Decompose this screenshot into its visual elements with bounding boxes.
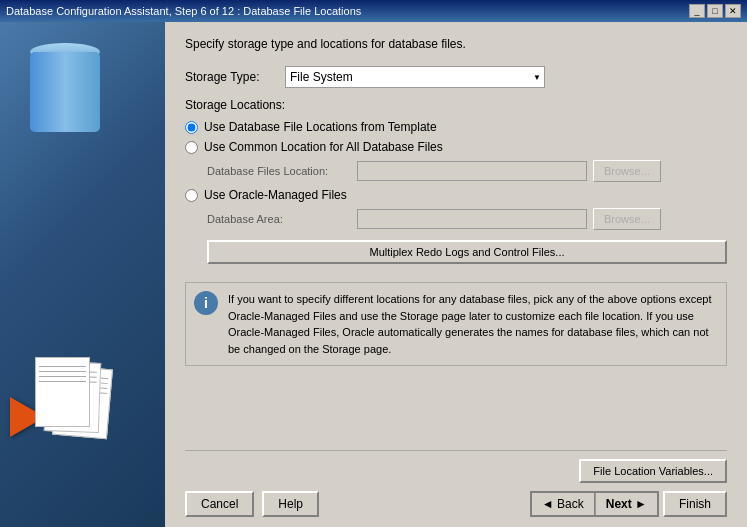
- radio-row-2: Use Common Location for All Database Fil…: [185, 140, 727, 154]
- radio-common[interactable]: [185, 141, 198, 154]
- maximize-button[interactable]: □: [707, 4, 723, 18]
- nav-left: Cancel Help: [185, 491, 319, 517]
- info-icon: i: [194, 291, 218, 315]
- radio-oracle-managed-label[interactable]: Use Oracle-Managed Files: [204, 188, 347, 202]
- file-location-row: File Location Variables...: [185, 459, 727, 483]
- browse-button-1[interactable]: Browse...: [593, 160, 661, 182]
- radio-row-3: Use Oracle-Managed Files: [185, 188, 727, 202]
- db-files-location-row: Database Files Location: Browse...: [207, 160, 727, 182]
- radio-template-label[interactable]: Use Database File Locations from Templat…: [204, 120, 437, 134]
- document-stack: [30, 357, 120, 477]
- file-location-variables-button[interactable]: File Location Variables...: [579, 459, 727, 483]
- radio-template[interactable]: [185, 121, 198, 134]
- radio-common-label[interactable]: Use Common Location for All Database Fil…: [204, 140, 443, 154]
- info-box: i If you want to specify different locat…: [185, 282, 727, 366]
- storage-locations-label: Storage Locations:: [185, 98, 727, 112]
- minimize-button[interactable]: _: [689, 4, 705, 18]
- next-button[interactable]: Next ►: [596, 493, 657, 515]
- storage-type-dropdown-wrapper: File System Automatic Storage Management…: [285, 66, 545, 88]
- info-text: If you want to specify different locatio…: [228, 291, 718, 357]
- close-button[interactable]: ✕: [725, 4, 741, 18]
- back-button[interactable]: ◄ Back: [532, 493, 595, 515]
- bottom-area: File Location Variables... Cancel Help ◄…: [185, 450, 727, 517]
- nav-right: ◄ Back Next ► Finish: [530, 491, 727, 517]
- title-bar-buttons: _ □ ✕: [689, 4, 741, 18]
- radio-row-1: Use Database File Locations from Templat…: [185, 120, 727, 134]
- main-container: Specify storage type and locations for d…: [0, 22, 747, 527]
- description-text: Specify storage type and locations for d…: [185, 37, 727, 51]
- db-files-location-label: Database Files Location:: [207, 165, 357, 177]
- left-panel: [0, 22, 165, 527]
- title-bar-text: Database Configuration Assistant, Step 6…: [6, 5, 361, 17]
- storage-type-select[interactable]: File System Automatic Storage Management…: [285, 66, 545, 88]
- db-area-input[interactable]: [357, 209, 587, 229]
- title-bar: Database Configuration Assistant, Step 6…: [0, 0, 747, 22]
- back-next-group: ◄ Back Next ►: [530, 491, 659, 517]
- spacer: [185, 366, 727, 450]
- cancel-button[interactable]: Cancel: [185, 491, 254, 517]
- storage-type-label: Storage Type:: [185, 70, 285, 84]
- finish-button[interactable]: Finish: [663, 491, 727, 517]
- db-area-row: Database Area: Browse...: [207, 208, 727, 230]
- radio-oracle-managed[interactable]: [185, 189, 198, 202]
- database-icon: [30, 52, 100, 132]
- left-panel-bg: [0, 22, 165, 527]
- storage-type-row: Storage Type: File System Automatic Stor…: [185, 66, 727, 88]
- db-files-location-input[interactable]: [357, 161, 587, 181]
- db-area-label: Database Area:: [207, 213, 357, 225]
- help-button[interactable]: Help: [262, 491, 319, 517]
- content-panel: Specify storage type and locations for d…: [165, 22, 747, 527]
- browse-button-2[interactable]: Browse...: [593, 208, 661, 230]
- multiplex-button[interactable]: Multiplex Redo Logs and Control Files...: [207, 240, 727, 264]
- nav-row: Cancel Help ◄ Back Next ► Finish: [185, 491, 727, 517]
